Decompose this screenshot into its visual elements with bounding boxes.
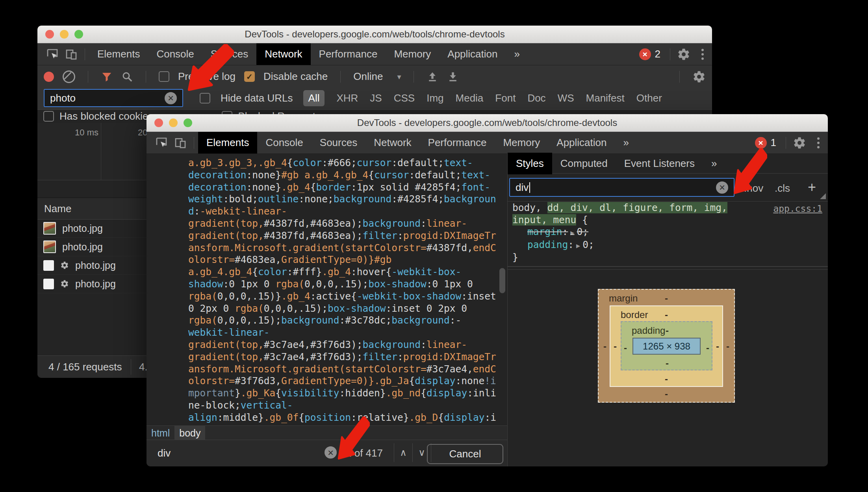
titlebar[interactable]: DevTools - developers.google.com/web/too… xyxy=(37,26,712,43)
tab-elements[interactable]: Elements xyxy=(198,132,257,154)
minimize-window-button[interactable] xyxy=(60,30,69,39)
filter-pill-js[interactable]: JS xyxy=(370,92,382,104)
code-line: gradient(top,#3c7ae4,#3f76d3);filter:pro… xyxy=(188,351,496,363)
filter-pill-xhr[interactable]: XHR xyxy=(336,92,358,104)
filter-pill-all[interactable]: All xyxy=(303,90,325,106)
css-property-margin[interactable]: margin:▶0; xyxy=(512,226,823,239)
network-settings-gear-icon[interactable] xyxy=(692,70,706,83)
new-style-rule-button[interactable]: + xyxy=(808,179,816,196)
disable-cache-checkbox[interactable]: ✓ xyxy=(244,71,255,82)
cancel-button[interactable]: Cancel xyxy=(427,444,503,464)
inspect-element-icon[interactable] xyxy=(43,43,62,65)
close-window-button[interactable] xyxy=(45,30,54,39)
filter-funnel-icon[interactable] xyxy=(101,71,113,83)
throttling-select[interactable]: Online xyxy=(353,70,383,83)
error-badge-icon[interactable]: × xyxy=(639,48,651,60)
tab-elements[interactable]: Elements xyxy=(89,43,148,65)
error-badge-icon[interactable]: × xyxy=(755,137,767,149)
expand-arrow-icon[interactable]: ▶ xyxy=(574,242,582,250)
search-icon[interactable] xyxy=(121,71,133,83)
filter-pill-media[interactable]: Media xyxy=(456,92,484,104)
export-har-icon[interactable] xyxy=(447,71,459,83)
filter-pill-font[interactable]: Font xyxy=(495,92,516,104)
record-network-log-button[interactable] xyxy=(44,72,54,82)
inspect-element-icon[interactable] xyxy=(152,132,171,154)
hide-data-urls-checkbox[interactable] xyxy=(200,93,210,104)
tab-console[interactable]: Console xyxy=(257,132,311,154)
preserve-log-checkbox[interactable] xyxy=(159,71,169,82)
border-bottom-value[interactable]: - xyxy=(665,374,668,385)
expand-arrow-icon[interactable]: ▶ xyxy=(568,229,577,237)
settings-gear-icon[interactable] xyxy=(790,132,809,154)
device-toolbar-icon[interactable] xyxy=(62,43,81,65)
css-rule[interactable]: app.css:1 body, dd, div, dl, figure, for… xyxy=(508,201,828,270)
resize-corner-icon[interactable] xyxy=(820,193,826,199)
margin-bottom-value[interactable]: - xyxy=(665,388,668,400)
padding-top-value[interactable]: - xyxy=(666,325,669,336)
padding-right-value[interactable]: - xyxy=(706,342,709,353)
breadcrumb-body[interactable]: body xyxy=(174,426,205,440)
has-blocked-cookies-checkbox[interactable] xyxy=(43,111,54,122)
border-top-value[interactable]: - xyxy=(665,309,668,320)
zoom-window-button[interactable] xyxy=(74,30,83,39)
margin-right-value[interactable]: - xyxy=(726,341,729,352)
minimize-window-button[interactable] xyxy=(169,118,178,127)
tab-application[interactable]: Application xyxy=(439,43,506,65)
tab-performance[interactable]: Performance xyxy=(420,132,495,154)
more-tabs-button[interactable]: » xyxy=(615,132,637,154)
box-model-border[interactable]: border - - - - padding - - - - 1265 × xyxy=(610,305,723,387)
more-tabs-button[interactable]: » xyxy=(703,154,725,173)
margin-left-value[interactable]: - xyxy=(603,341,606,352)
titlebar[interactable]: DevTools - developers.google.com/web/too… xyxy=(147,114,828,132)
tab-computed[interactable]: Computed xyxy=(552,153,616,174)
border-right-value[interactable]: - xyxy=(716,341,719,352)
clear-filter-icon[interactable]: × xyxy=(716,181,728,194)
tab-styles[interactable]: Styles xyxy=(508,153,552,174)
more-tabs-button[interactable]: » xyxy=(506,43,528,65)
css-source-text[interactable]: a.gb_3.gb_3,.gb_4{color:#666;cursor:defa… xyxy=(188,157,496,424)
tab-network[interactable]: Network xyxy=(256,43,310,65)
box-model-padding[interactable]: padding - - - - 1265 × 938 xyxy=(621,321,712,370)
import-har-icon[interactable] xyxy=(427,71,438,83)
breadcrumb-html[interactable]: html xyxy=(147,426,174,440)
find-input[interactable]: div xyxy=(158,447,171,459)
more-options-icon[interactable] xyxy=(809,137,828,148)
clear-search-icon[interactable]: × xyxy=(325,446,337,459)
tab-event-listeners[interactable]: Event Listeners xyxy=(616,153,703,174)
clear-filter-icon[interactable]: × xyxy=(165,92,177,104)
filter-pill-other[interactable]: Other xyxy=(636,92,662,104)
filter-pill-img[interactable]: Img xyxy=(427,92,443,104)
box-model-margin[interactable]: margin - - - - border - - - - padding - xyxy=(598,289,735,403)
padding-bottom-value[interactable]: - xyxy=(666,358,669,369)
filter-pill-manifest[interactable]: Manifest xyxy=(586,92,625,104)
tab-network[interactable]: Network xyxy=(365,132,419,154)
element-classes-button[interactable]: .cls xyxy=(775,182,790,194)
close-window-button[interactable] xyxy=(154,118,163,127)
clear-network-log-icon[interactable] xyxy=(63,70,75,83)
tab-sources[interactable]: Sources xyxy=(312,132,365,154)
filter-pill-css[interactable]: CSS xyxy=(394,92,415,104)
padding-left-value[interactable]: - xyxy=(624,342,627,353)
device-toolbar-icon[interactable] xyxy=(171,132,190,154)
zoom-window-button[interactable] xyxy=(184,118,192,127)
previous-match-icon[interactable]: ∧ xyxy=(394,447,412,458)
margin-top-value[interactable]: - xyxy=(665,293,668,304)
tab-performance[interactable]: Performance xyxy=(311,43,386,65)
border-left-value[interactable]: - xyxy=(614,341,617,352)
tab-memory[interactable]: Memory xyxy=(495,132,548,154)
devtools-tabbar: ElementsConsoleSourcesNetworkPerformance… xyxy=(147,132,828,154)
more-options-icon[interactable] xyxy=(693,49,712,60)
box-model-content[interactable]: 1265 × 938 xyxy=(632,338,701,355)
settings-gear-icon[interactable] xyxy=(674,43,693,65)
stylesheet-link[interactable]: app.css:1 xyxy=(773,203,822,215)
styles-filter-input[interactable]: div × xyxy=(509,178,734,197)
network-filter-input[interactable]: photo × xyxy=(44,89,183,107)
filter-pill-ws[interactable]: WS xyxy=(558,92,574,104)
hide-data-urls-label: Hide data URLs xyxy=(221,92,293,104)
request-name: photo.jpg xyxy=(62,223,103,234)
css-property-padding[interactable]: padding:▶0; xyxy=(512,239,823,252)
tab-application[interactable]: Application xyxy=(548,132,615,154)
tab-memory[interactable]: Memory xyxy=(386,43,439,65)
scrollbar-thumb[interactable] xyxy=(499,268,505,293)
filter-pill-doc[interactable]: Doc xyxy=(527,92,545,104)
